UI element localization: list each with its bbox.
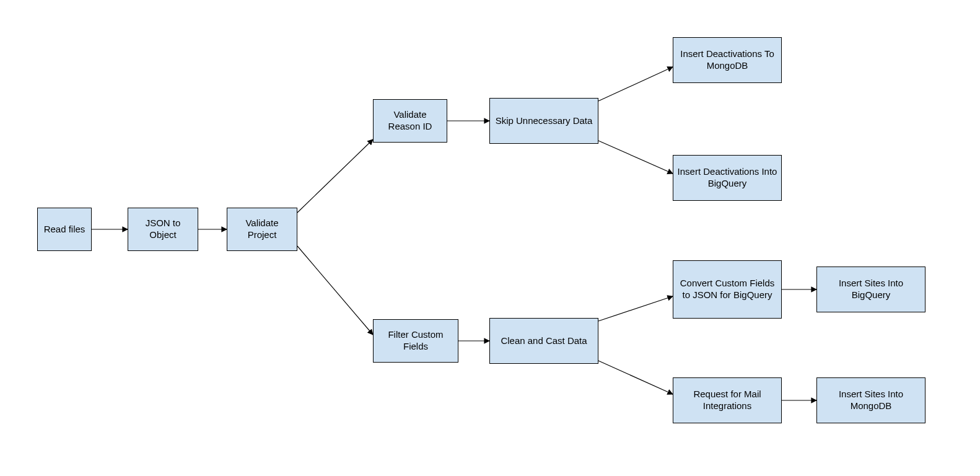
node-skip-unnecessary-data: Skip Unnecessary Data [489,98,598,144]
node-insert-deactivations-bigquery: Insert Deactivations Into BigQuery [673,155,782,201]
node-filter-custom-fields: Filter Custom Fields [373,319,458,363]
svg-line-6 [598,141,673,174]
node-request-mail-integrations: Request for Mail Integrations [673,377,782,423]
svg-line-5 [598,67,673,101]
node-label: JSON to Object [132,218,194,241]
svg-line-8 [598,296,673,321]
node-label: Validate Reason ID [377,109,443,133]
node-validate-reason-id: Validate Reason ID [373,99,447,143]
node-clean-and-cast-data: Clean and Cast Data [489,318,598,364]
svg-line-2 [297,139,373,213]
node-label: Validate Project [231,218,293,241]
node-label: Request for Mail Integrations [677,389,777,412]
node-convert-custom-fields-json: Convert Custom Fields to JSON for BigQue… [673,260,782,319]
node-label: Insert Sites Into BigQuery [821,278,921,301]
node-read-files: Read files [37,208,92,251]
node-json-to-object: JSON to Object [128,208,198,251]
node-label: Insert Deactivations Into BigQuery [677,166,777,190]
node-insert-deactivations-mongodb: Insert Deactivations To MongoDB [673,37,782,83]
node-label: Insert Deactivations To MongoDB [677,48,777,72]
flowchart-canvas: Read files JSON to Object Validate Proje… [0,0,980,476]
node-label: Read files [44,224,85,236]
node-label: Skip Unnecessary Data [496,115,593,127]
svg-line-3 [297,246,373,335]
node-insert-sites-mongodb: Insert Sites Into MongoDB [816,377,925,423]
node-label: Clean and Cast Data [501,335,587,347]
node-validate-project: Validate Project [227,208,297,251]
svg-line-9 [598,361,673,394]
node-label: Convert Custom Fields to JSON for BigQue… [677,278,777,301]
node-label: Filter Custom Fields [377,329,454,353]
node-insert-sites-bigquery: Insert Sites Into BigQuery [816,267,925,312]
node-label: Insert Sites Into MongoDB [821,389,921,412]
